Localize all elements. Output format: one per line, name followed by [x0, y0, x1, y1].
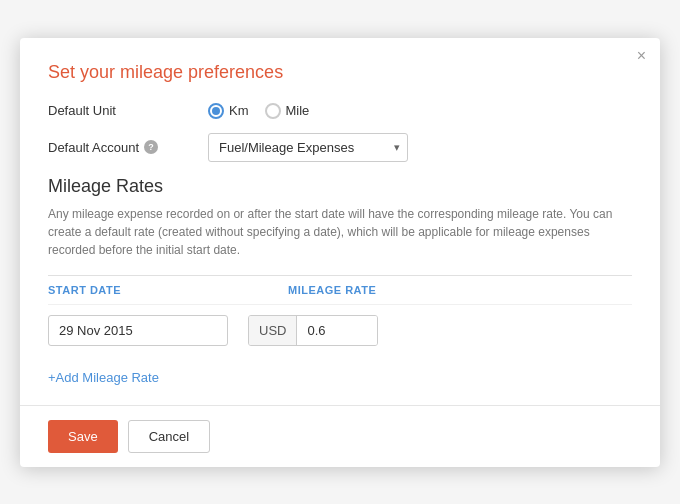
table-row: USD [48, 304, 632, 356]
unit-km-label: Km [229, 103, 249, 118]
rate-input-group: USD [248, 315, 378, 346]
unit-km-option[interactable]: Km [208, 103, 249, 119]
currency-label: USD [249, 316, 297, 345]
rates-table-header: START DATE MILEAGE RATE [48, 275, 632, 304]
unit-mile-radio[interactable] [265, 103, 281, 119]
save-button[interactable]: Save [48, 420, 118, 453]
default-account-row: Default Account ? Fuel/Mileage Expenses … [48, 133, 632, 162]
help-icon[interactable]: ? [144, 140, 158, 154]
rate-input[interactable] [297, 316, 377, 345]
cancel-button[interactable]: Cancel [128, 420, 210, 453]
default-unit-label: Default Unit [48, 103, 208, 118]
mileage-rates-description: Any mileage expense recorded on or after… [48, 205, 632, 259]
col-start-date-header: START DATE [48, 284, 268, 296]
mileage-rates-title: Mileage Rates [48, 176, 632, 197]
default-account-label: Default Account ? [48, 140, 208, 155]
unit-radio-group: Km Mile [208, 103, 309, 119]
close-button[interactable]: × [637, 48, 646, 64]
unit-km-radio[interactable] [208, 103, 224, 119]
account-select[interactable]: Fuel/Mileage Expenses Travel Expenses Ot… [208, 133, 408, 162]
dialog-footer: Save Cancel [20, 405, 660, 467]
mileage-preferences-dialog: × Set your mileage preferences Default U… [20, 38, 660, 467]
unit-mile-label: Mile [286, 103, 310, 118]
unit-mile-option[interactable]: Mile [265, 103, 310, 119]
default-unit-row: Default Unit Km Mile [48, 103, 632, 119]
col-mileage-rate-header: MILEAGE RATE [288, 284, 632, 296]
start-date-input[interactable] [48, 315, 228, 346]
account-select-wrapper: Fuel/Mileage Expenses Travel Expenses Ot… [208, 133, 408, 162]
add-mileage-rate-link[interactable]: +Add Mileage Rate [48, 370, 159, 385]
dialog-title: Set your mileage preferences [48, 62, 632, 83]
